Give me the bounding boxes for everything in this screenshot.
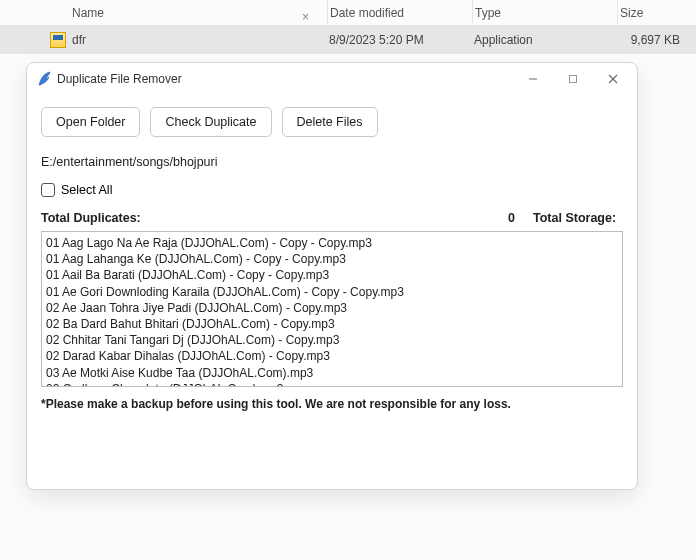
explorer-column-header: Name × Date modified Type Size bbox=[0, 0, 696, 26]
explorer-file-row[interactable]: dfr 8/9/2023 5:20 PM Application 9,697 K… bbox=[0, 26, 696, 54]
column-name[interactable]: Name × bbox=[72, 6, 327, 20]
column-name-label: Name bbox=[72, 6, 104, 20]
select-all-label: Select All bbox=[61, 183, 112, 197]
select-all-row[interactable]: Select All bbox=[41, 183, 623, 197]
file-size: 9,697 KB bbox=[617, 33, 696, 47]
select-all-checkbox[interactable] bbox=[41, 183, 55, 197]
app-file-icon bbox=[50, 32, 66, 48]
list-item[interactable]: 01 Aag Lago Na Ae Raja (DJJOhAL.Com) - C… bbox=[46, 235, 618, 251]
list-item[interactable]: 03 Ae Motki Aise Kudbe Taa (DJJOhAL.Com)… bbox=[46, 365, 618, 381]
svg-rect-1 bbox=[570, 76, 577, 83]
list-item[interactable]: 01 Aag Lahanga Ke (DJJOhAL.Com) - Copy -… bbox=[46, 251, 618, 267]
column-size[interactable]: Size bbox=[617, 0, 696, 25]
column-type-label: Type bbox=[475, 6, 501, 20]
list-item[interactable]: 02 Chhitar Tani Tangari Dj (DJJOhAL.Com)… bbox=[46, 332, 618, 348]
footer-warning: *Please make a backup before using this … bbox=[41, 397, 623, 411]
column-date[interactable]: Date modified bbox=[327, 0, 472, 25]
list-item[interactable]: 03 Cadbury Chocolate (DJJOhAL.Com).mp3 bbox=[46, 381, 618, 387]
toolbar: Open Folder Check Duplicate Delete Files bbox=[41, 107, 623, 137]
file-type: Application bbox=[472, 33, 617, 47]
column-size-label: Size bbox=[620, 6, 643, 20]
column-sort-clear-icon[interactable]: × bbox=[302, 10, 309, 24]
total-duplicates-label: Total Duplicates: bbox=[41, 211, 141, 225]
minimize-button[interactable] bbox=[513, 65, 553, 93]
column-date-label: Date modified bbox=[330, 6, 404, 20]
column-type[interactable]: Type bbox=[472, 0, 617, 25]
delete-files-button[interactable]: Delete Files bbox=[282, 107, 378, 137]
total-duplicates-value: 0 bbox=[508, 211, 515, 225]
titlebar: Duplicate File Remover bbox=[27, 63, 637, 95]
total-storage-label: Total Storage: bbox=[533, 211, 623, 225]
list-item[interactable]: 02 Ba Dard Bahut Bhitari (DJJOhAL.Com) -… bbox=[46, 316, 618, 332]
current-path: E:/entertainment/songs/bhojpuri bbox=[41, 155, 623, 169]
app-window: Duplicate File Remover Open Folder Check… bbox=[26, 62, 638, 490]
list-item[interactable]: 01 Ae Gori Downloding Karaila (DJJOhAL.C… bbox=[46, 284, 618, 300]
feather-icon bbox=[37, 71, 51, 87]
close-button[interactable] bbox=[593, 65, 633, 93]
file-name: dfr bbox=[72, 33, 327, 47]
list-item[interactable]: 02 Ae Jaan Tohra Jiye Padi (DJJOhAL.Com)… bbox=[46, 300, 618, 316]
list-item[interactable]: 01 Aail Ba Barati (DJJOhAL.Com) - Copy -… bbox=[46, 267, 618, 283]
open-folder-button[interactable]: Open Folder bbox=[41, 107, 140, 137]
duplicate-file-list[interactable]: 01 Aag Lago Na Ae Raja (DJJOhAL.Com) - C… bbox=[41, 231, 623, 387]
check-duplicate-button[interactable]: Check Duplicate bbox=[150, 107, 271, 137]
maximize-button[interactable] bbox=[553, 65, 593, 93]
file-date: 8/9/2023 5:20 PM bbox=[327, 33, 472, 47]
list-item[interactable]: 02 Darad Kabar Dihalas (DJJOhAL.Com) - C… bbox=[46, 348, 618, 364]
stats-row: Total Duplicates: 0 Total Storage: bbox=[41, 211, 623, 225]
window-title: Duplicate File Remover bbox=[57, 72, 182, 86]
